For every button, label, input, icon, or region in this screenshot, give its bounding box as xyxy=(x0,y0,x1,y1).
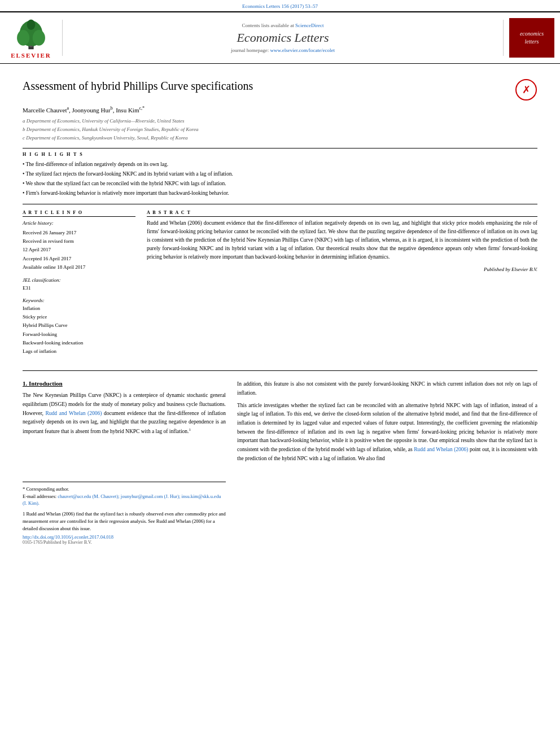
journal-header: ELSEVIER Contents lists available at Sci… xyxy=(0,11,560,64)
issn-line: 0165-1765/Published by Elsevier B.V. xyxy=(23,540,226,545)
intro-right-body: In addition, this feature is also not co… xyxy=(237,380,537,463)
svg-point-2 xyxy=(17,30,29,46)
highlight-item: The stylized fact rejects the forward-lo… xyxy=(23,170,537,178)
highlights-top-divider xyxy=(23,148,537,148)
intro-left-col: 1. Introduction The New Keynesian Philli… xyxy=(23,380,226,545)
footnote-1: 1 Rudd and Whelan (2006) find that the s… xyxy=(23,511,226,531)
crossmark-icon: ✗ xyxy=(515,78,537,101)
email-label: E-mail addresses: xyxy=(23,493,56,499)
jel-label: JEL classification: xyxy=(23,277,135,283)
journal-ref-text: Economics Letters 156 (2017) 53–57 xyxy=(242,3,318,9)
received-revised-date: 12 April 2017 xyxy=(23,246,135,254)
intro-right-para-1: In addition, this feature is also not co… xyxy=(237,380,537,397)
section-title: Introduction xyxy=(29,380,63,387)
elsevier-brand-text: ELSEVIER xyxy=(11,52,51,59)
footnote-1-text: 1 Rudd and Whelan (2006) find that the s… xyxy=(23,510,226,532)
author-hur: Joonyoung Hurb xyxy=(72,107,113,113)
paper-title-text: Assessment of hybrid Phillips Curve spec… xyxy=(23,78,253,93)
highlights-bottom-divider xyxy=(23,204,537,204)
issn-text: 0165-1765/Published by Elsevier B.V. xyxy=(23,540,92,545)
contents-line: Contents lists available at ScienceDirec… xyxy=(68,23,497,28)
affiliation-b: b Department of Economics, Hankuk Univer… xyxy=(23,125,537,133)
main-content: Assessment of hybrid Phillips Curve spec… xyxy=(0,64,560,552)
homepage-text: journal homepage: xyxy=(231,47,269,53)
received-revised-label: Received in revised form xyxy=(23,237,135,246)
elsevier-tree-icon xyxy=(11,17,51,51)
doi-url[interactable]: http://dx.doi.org/10.1016/j.econlet.2017… xyxy=(23,534,113,540)
highlight-item: Firm's forward-looking behavior is relat… xyxy=(23,189,537,198)
article-info-abstract-section: A R T I C L E I N F O Article history: R… xyxy=(23,210,537,361)
affiliations: a Department of Economics, University of… xyxy=(23,117,537,142)
author-kim: Insu Kimc,* xyxy=(116,107,145,113)
introduction-section: 1. Introduction The New Keynesian Philli… xyxy=(23,380,537,545)
corresponding-author-note: * Corresponding author. E-mail addresses… xyxy=(23,486,226,507)
article-history: Article history: Received 26 January 201… xyxy=(23,219,135,272)
svg-rect-4 xyxy=(29,46,33,47)
sciencedirect-link[interactable]: ScienceDirect xyxy=(295,23,323,28)
rudd-whelan-link-2[interactable]: Rudd and Whelan (2006) xyxy=(414,447,468,452)
elsevier-logo: ELSEVIER xyxy=(6,17,56,59)
intro-right-para-2: This article investigates whether the st… xyxy=(237,401,537,464)
intro-left-body: The New Keynesian Phillips Curve (NKPC) … xyxy=(23,391,226,436)
journal-reference: Economics Letters 156 (2017) 53–57 xyxy=(0,0,560,11)
homepage-url[interactable]: www.elsevier.com/locate/ecolet xyxy=(270,47,335,53)
intro-top-divider xyxy=(23,370,537,371)
history-label: Article history: xyxy=(23,219,135,228)
economics-letters-logo: economicsletters xyxy=(509,18,554,58)
paper-title-row: Assessment of hybrid Phillips Curve spec… xyxy=(23,78,537,101)
keyword-item: Backward-looking indexation xyxy=(23,339,135,347)
keyword-list: Inflation Sticky price Hybrid Phillips C… xyxy=(23,304,135,356)
highlight-item: The first-difference of inflation negati… xyxy=(23,160,537,169)
received-date: Received 26 January 2017 xyxy=(23,229,135,237)
journal-header-center: Contents lists available at ScienceDirec… xyxy=(62,20,504,56)
svg-point-3 xyxy=(33,30,45,46)
article-info-label: A R T I C L E I N F O xyxy=(23,210,135,217)
homepage-line: journal homepage: www.elsevier.com/locat… xyxy=(68,47,497,53)
contents-text: Contents lists available at xyxy=(242,23,294,28)
keywords-section: Keywords: Inflation Sticky price Hybrid … xyxy=(23,298,135,356)
abstract-label: A B S T R A C T xyxy=(147,210,537,217)
svg-text:✗: ✗ xyxy=(522,84,531,95)
author-chauvet: Marcelle Chauveta xyxy=(23,107,69,113)
corresponding-label: * Corresponding author. xyxy=(23,486,226,493)
svg-point-5 xyxy=(27,20,36,30)
email-line: E-mail addresses: chauvet@ucr.edu (M. Ch… xyxy=(23,493,226,508)
section-number: 1. xyxy=(23,380,29,387)
authors-line: Marcelle Chauveta, Joonyoung Hurb, Insu … xyxy=(23,106,537,113)
affiliation-a: a Department of Economics, University of… xyxy=(23,117,537,125)
affiliation-c: c Department of Economics, Sungkyunkwan … xyxy=(23,134,537,142)
available-date: Available online 18 April 2017 xyxy=(23,263,135,272)
footnote-area: * Corresponding author. E-mail addresses… xyxy=(23,482,226,545)
doi-line: http://dx.doi.org/10.1016/j.econlet.2017… xyxy=(23,534,226,540)
keyword-item: Hybrid Phillips Curve xyxy=(23,321,135,330)
article-info-column: A R T I C L E I N F O Article history: R… xyxy=(23,210,135,361)
logo-text: economicsletters xyxy=(520,30,544,46)
intro-right-col: In addition, this feature is also not co… xyxy=(237,380,537,545)
highlight-item: We show that the stylized fact can be re… xyxy=(23,180,537,188)
intro-left-para-1: The New Keynesian Phillips Curve (NKPC) … xyxy=(23,391,226,436)
keyword-item: Sticky price xyxy=(23,313,135,321)
highlights-label: H I G H L I G H T S xyxy=(23,152,537,157)
abstract-text: Rudd and Whelan (2006) document evidence… xyxy=(147,219,537,273)
abstract-paragraph-1: Rudd and Whelan (2006) document evidence… xyxy=(147,219,537,262)
jel-code: E31 xyxy=(23,284,135,292)
keyword-item: Forward-looking xyxy=(23,330,135,339)
journal-title: Economics Letters xyxy=(68,30,497,45)
keyword-item: Lags of inflation xyxy=(23,347,135,356)
abstract-column: A B S T R A C T Rudd and Whelan (2006) d… xyxy=(147,210,537,361)
rudd-whelan-link-1[interactable]: Rudd and Whelan (2006) xyxy=(45,410,102,416)
jel-section: JEL classification: E31 xyxy=(23,277,135,292)
accepted-date: Accepted 16 April 2017 xyxy=(23,255,135,263)
keyword-item: Inflation xyxy=(23,304,135,313)
published-by: Published by Elsevier B.V. xyxy=(147,265,537,273)
highlights-list: The first-difference of inflation negati… xyxy=(23,160,537,198)
intro-heading: 1. Introduction xyxy=(23,380,226,387)
keywords-label: Keywords: xyxy=(23,298,135,303)
